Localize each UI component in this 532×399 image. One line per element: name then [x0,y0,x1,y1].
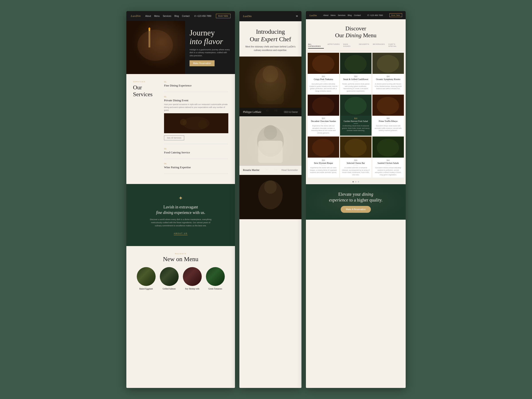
service-name-2: Private Dining Event [164,99,228,102]
menu-grid-item-4: $20 Decadent Chocolate Sundae Experience… [308,95,339,136]
book-table-button[interactable]: Book Table [216,14,231,18]
svg-point-37 [377,97,399,115]
divider-5 [354,123,358,124]
svg-point-17 [257,126,284,157]
menu-item-desc-6: Succulent ribeye steak laced with aromat… [374,125,402,132]
p3-book-table-button[interactable]: Book Table [389,13,402,17]
nav-blog[interactable]: Blog [174,15,179,17]
service-num-1: 01. [164,81,228,83]
panel-mobile-center: LuxDin ≡ Introducing Our Expert Chef Mee… [239,11,301,388]
hamburger-menu-icon[interactable]: ≡ [296,14,298,18]
category-main-dishes[interactable]: MAIN DISHES [343,43,355,49]
recent-menu-items: Baked Eggplant Grilled Salmon Soy Shrimp… [133,267,228,290]
chef-image-1: X IG FB [239,57,301,116]
service-item-2: 02. Private Dining Event Host your speci… [164,95,228,144]
menu-item-image-tonkatsu [308,53,339,74]
p3-nav-menu[interactable]: Menu [331,14,336,16]
menu-item-price-1: $30 [310,75,337,78]
svg-rect-0 [126,21,185,74]
nav-links-panel3: About Menu Services Blog Contact [323,14,361,16]
svg-point-8 [198,120,207,129]
mobile-hero: Introducing Our Expert Chef Meet the vis… [239,21,301,57]
svg-point-10 [255,65,286,101]
menu-item-price-7: $30 [310,159,337,161]
menu-item-desc-2: Tender, perfectly seared steak paired wi… [342,83,370,92]
svg-point-39 [312,139,334,157]
menu-item-name-2: Steak & Grilled Cauliflower [342,78,370,81]
mobile-nav: LuxDin ≡ [239,11,301,21]
see-all-services-button[interactable]: See All Services [164,135,184,140]
about-us-link[interactable]: ABOUT US [174,232,188,235]
menu-item-image-1 [137,267,156,286]
menu-grid-item-6: $80 Prime Truffle Ribeye Succulent ribey… [372,95,404,136]
service-item-1: 01. Fine Dining Experience [164,81,228,92]
p3-nav-about[interactable]: About [323,14,329,16]
category-appetizers[interactable]: APPETIZERS [327,43,340,49]
category-desserts[interactable]: DESSERTS [359,43,369,49]
pagination-dot-3[interactable] [358,181,359,183]
menu-item-image-cauliflower [340,53,372,74]
logo-panel3: LuxDin [310,14,317,17]
make-reservation-button[interactable]: Make Reservation [190,60,215,66]
menu-item-name-4: Green Tomatoes [205,288,225,290]
nav-about[interactable]: About [145,15,151,17]
services-label: SERVICES [133,81,157,83]
divider-1 [321,82,326,82]
chef-card-3 [239,175,301,219]
menu-item-image-ribeye [372,95,404,116]
menu-item-name-1: Baked Eggplant [136,288,156,290]
service-num-2: 02. [164,95,228,98]
menu-item-image-sundae [308,95,339,116]
menu-grid-item-5: $10 Garden Harvest Fruit Salad A refresh… [340,95,372,136]
menu-item-image-fruit-salad [340,95,372,116]
cta-title: Elevate your dining experience to a high… [329,191,382,203]
p3-phone-number: ✆ +123 456 7890 [367,14,383,16]
service-desc-2: Host your special occasions in style wit… [164,103,228,112]
svg-point-18 [264,125,277,140]
p3-nav-contact[interactable]: Contact [354,14,361,16]
hero-text: Journey into flavor Indulge in a gastron… [185,21,235,74]
menu-item-info-2: $60 Steak & Grilled Cauliflower Tender, … [340,74,372,94]
mobile-hero-title: Introducing Our Expert Chef [244,28,297,43]
menu-item-soy-shrimp: Soy Shrimp with [182,267,202,290]
chef-info-2: Rosaria Marine Head Sommelier [239,165,301,174]
nav-menu[interactable]: Menu [154,15,160,17]
category-beverages[interactable]: BEVERAGES [373,43,385,49]
hero-subtitle: Indulge in a gastronomic journey where e… [190,48,231,57]
category-tabs: ALL CATEGORIES APPETIZERS MAIN DISHES DE… [306,41,406,51]
panel-desktop-right: LuxDin About Menu Services Blog Contact … [306,11,406,388]
category-all[interactable]: ALL CATEGORIES [308,43,324,49]
svg-rect-12 [257,82,284,104]
menu-item-price-8: $90 [342,159,370,161]
menu-item-info-6: $80 Prime Truffle Ribeye Succulent ribey… [372,116,404,133]
service-num-4: 04. [164,163,228,165]
recents-title: New on Menu [133,256,228,263]
hero-image [126,21,185,74]
menu-item-desc-1: Succulent pork cutlets delicately coated… [310,83,337,92]
menu-item-desc-4: Experience the divine with our decadent … [310,125,337,134]
category-chefs-special[interactable]: CHEF'S SPECIAL [388,43,403,49]
menu-item-grilled-salmon: Grilled Salmon [159,267,179,290]
service-item-4: 04. Wine Pairing Expertise [164,163,228,174]
cta-reservation-button[interactable]: Make A Reservation [341,206,371,213]
cta-section: Elevate your dining experience to a high… [306,184,406,220]
menu-grid-item-7: $30 Stew Elysium Bisque Experience the d… [308,137,339,177]
services-list: 01. Fine Dining Experience 02. Private D… [164,81,228,177]
services-header: SERVICES Our Services [133,81,157,177]
menu-header: Discover Our Dining Menu [306,19,406,41]
divider-6 [386,123,390,124]
menu-item-image-3 [183,267,202,286]
pagination-dot-2[interactable] [355,181,356,183]
nav-contact[interactable]: Contact [182,15,190,17]
mobile-hero-subtitle: Meet the visionary chefs and team behind… [244,45,297,52]
recents-section: RECENTS New on Menu Baked Eggplant Grill… [126,246,235,297]
pagination-dot-1[interactable] [352,181,354,183]
nav-services[interactable]: Services [163,15,171,17]
decorative-icon: ✦ [133,195,228,201]
svg-rect-9 [239,57,301,116]
p3-nav-blog[interactable]: Blog [348,14,352,16]
service-name-4: Wine Pairing Expertise [164,165,228,169]
menu-item-info-7: $30 Stew Elysium Bisque Experience the d… [308,158,339,175]
svg-point-33 [312,97,334,115]
p3-nav-services[interactable]: Services [338,14,346,16]
